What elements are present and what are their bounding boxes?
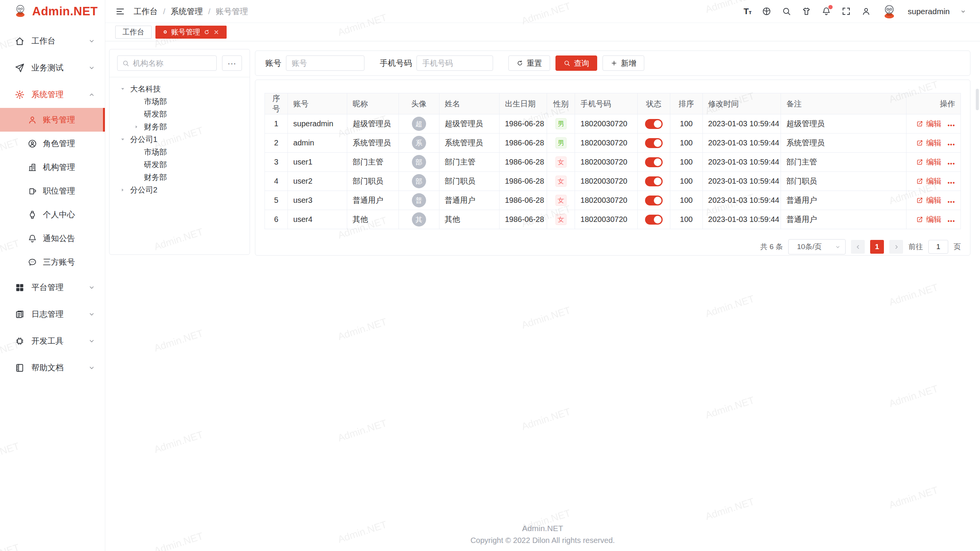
notification-badge [828,5,833,9]
sidebar-item-org-manage[interactable]: 机构管理 [0,155,105,179]
username[interactable]: superadmin [908,7,950,16]
row-more-button[interactable]: ••• [947,160,955,167]
tree-caret-right-icon[interactable] [134,124,144,129]
tree-caret-down-icon[interactable] [120,137,130,142]
tree-node[interactable]: 大名科技 [117,83,242,95]
profile-icon [28,210,37,220]
row-more-button[interactable]: ••• [947,122,955,129]
breadcrumb-item[interactable]: 系统管理 [171,6,203,17]
row-more-button[interactable]: ••• [947,179,955,186]
goto-label: 前往 [908,242,923,252]
sidebar-item-account-manage[interactable]: 账号管理 [0,108,105,132]
sidebar-item-business-test[interactable]: 业务测试 [0,54,105,81]
tree-more-button[interactable]: ··· [222,55,242,71]
page-size-select[interactable]: 10条/页 [788,239,846,254]
search-icon[interactable] [782,7,791,16]
tree-node[interactable]: 市场部 [117,146,242,158]
sidebar-item-log-manage[interactable]: 日志管理 [0,301,105,328]
cell-index: 2 [265,134,288,153]
add-button[interactable]: 新增 [603,55,644,71]
tree-node[interactable]: 财务部 [117,121,242,133]
row-more-button[interactable]: ••• [947,199,955,205]
goto-page-input[interactable] [928,240,948,254]
status-toggle[interactable] [645,138,663,148]
chevron-down-icon[interactable] [960,8,966,15]
sidebar-item-system-manage[interactable]: 系统管理 [0,81,105,108]
org-search-input[interactable] [133,59,212,68]
cell-sort: 100 [670,153,702,172]
profile-icon[interactable] [861,7,871,16]
tree-node[interactable]: 财务部 [117,171,242,184]
app-logo[interactable]: Admin.NET [0,0,105,23]
breadcrumb-item[interactable]: 工作台 [134,6,158,17]
sidebar-item-platform-manage[interactable]: 平台管理 [0,274,105,301]
sidebar-item-help-docs[interactable]: 帮助文档 [0,354,105,381]
sidebar-item-dev-tools[interactable]: 开发工具 [0,328,105,354]
chat-icon [28,258,37,267]
font-size-icon[interactable]: Tт [743,7,751,16]
edit-button[interactable]: 编辑 [916,214,941,225]
column-header: 操作 [906,93,960,114]
tree-caret-down-icon[interactable] [120,86,130,91]
sidebar-item-personal-center[interactable]: 个人中心 [0,203,105,227]
status-toggle[interactable] [645,157,663,167]
phone-label: 手机号码 [380,58,412,68]
sidebar-item-notice[interactable]: 通知公告 [0,227,105,250]
tree-node[interactable]: 市场部 [117,95,242,108]
status-toggle[interactable] [645,176,663,186]
cell-remark: 普通用户 [781,210,906,229]
cell-avatar: 系 [399,134,439,153]
notification-bell-icon[interactable] [822,7,831,16]
cell-status [637,191,670,210]
cell-name: 系统管理员 [439,134,499,153]
cell-nickname: 超级管理员 [347,114,399,134]
status-toggle[interactable] [645,119,663,129]
row-more-button[interactable]: ••• [947,141,955,148]
next-page-button[interactable] [889,240,903,254]
account-input[interactable] [286,55,364,71]
status-toggle[interactable] [645,196,663,205]
language-icon[interactable] [762,7,771,16]
prev-page-button[interactable] [851,240,865,254]
edit-button[interactable]: 编辑 [916,157,941,167]
user-avatar[interactable] [881,3,897,20]
page-number-button[interactable]: 1 [870,240,884,254]
org-tree: 大名科技市场部研发部财务部分公司1市场部研发部财务部分公司2 [117,83,242,196]
row-more-button[interactable]: ••• [947,218,955,224]
cell-status [637,210,670,229]
gender-badge: 女 [555,214,567,225]
collapse-menu-icon[interactable] [115,7,125,16]
theme-icon[interactable] [802,7,811,16]
edit-button[interactable]: 编辑 [916,176,941,186]
edit-button[interactable]: 编辑 [916,195,941,205]
edit-button[interactable]: 编辑 [916,138,941,148]
status-toggle[interactable] [645,215,663,225]
tab-refresh-icon[interactable] [204,29,210,35]
sidebar-item-label: 工作台 [31,36,56,46]
tree-node[interactable]: 研发部 [117,108,242,121]
gender-badge: 女 [555,156,567,168]
tree-node[interactable]: 分公司2 [117,184,242,196]
sidebar-item-position-manage[interactable]: 职位管理 [0,179,105,203]
sidebar-item-third-account[interactable]: 三方账号 [0,250,105,274]
reset-button[interactable]: 重置 [508,55,550,71]
chevron-down-icon [88,284,95,291]
cell-operations: 编辑••• [906,153,960,172]
tab-close-icon[interactable] [213,29,219,35]
scrollbar-thumb[interactable] [976,89,979,110]
tree-node[interactable]: 研发部 [117,158,242,171]
chip-icon [15,336,25,346]
tab-account-manage[interactable]: 账号管理 [155,26,227,39]
avatar: 部 [412,174,426,188]
tab-workbench[interactable]: 工作台 [115,26,152,39]
tree-caret-right-icon[interactable] [120,187,130,192]
sidebar-item-workbench[interactable]: 工作台 [0,28,105,54]
phone-input[interactable] [416,55,493,71]
page-unit-label: 页 [954,242,961,252]
fullscreen-icon[interactable] [841,7,851,16]
edit-button[interactable]: 编辑 [916,119,941,129]
tree-node[interactable]: 分公司1 [117,133,242,146]
chevron-down-icon [88,311,95,318]
sidebar-item-role-manage[interactable]: 角色管理 [0,132,105,155]
search-button[interactable]: 查询 [555,55,597,71]
